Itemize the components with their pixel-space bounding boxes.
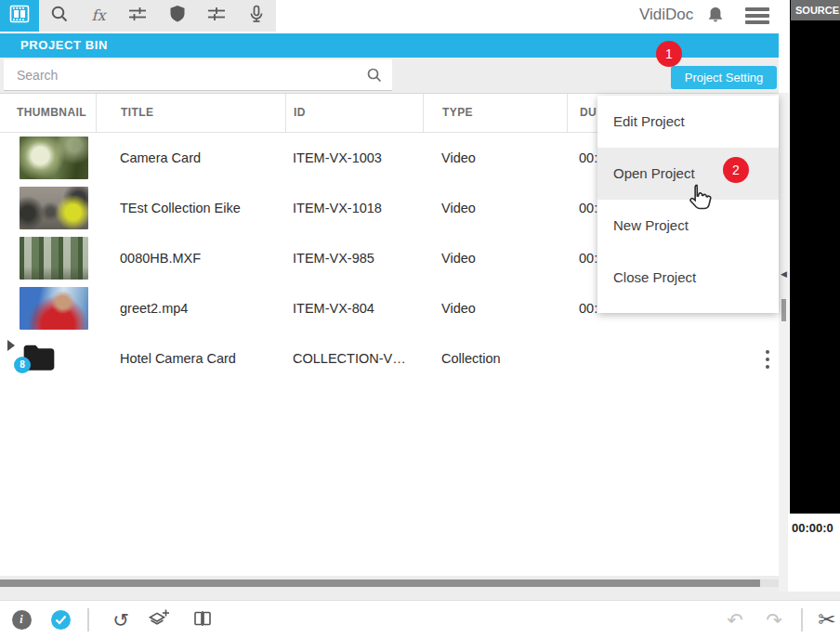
media-bin-tab[interactable]	[0, 0, 39, 32]
cell-id: COLLECTION-V…	[293, 333, 406, 384]
layers-plus-icon	[147, 607, 171, 633]
redo-button[interactable]: ↷	[761, 601, 787, 638]
approve-button[interactable]	[48, 601, 72, 638]
effects-tool[interactable]: fx	[79, 0, 118, 32]
check-icon	[51, 610, 71, 630]
source-monitor-panel: SOURCE	[790, 0, 840, 514]
app-title: VidiDoc	[639, 6, 693, 24]
cell-type: Collection	[441, 333, 501, 384]
toolbar-divider	[87, 608, 89, 631]
row-options-kebab-icon[interactable]	[762, 350, 773, 369]
vertical-scrollbar-thumb[interactable]	[781, 299, 786, 321]
annotation-step-2-badge: 2	[723, 157, 749, 183]
cell-type: Video	[441, 183, 476, 233]
toolbar-divider	[801, 608, 803, 631]
top-app-bar: fx	[0, 0, 790, 32]
divider-strip	[779, 592, 840, 600]
table-row[interactable]: Hotel Camera CardCOLLECTION-V…Collection	[0, 333, 779, 384]
search-icon	[49, 4, 70, 28]
filmstrip-icon	[8, 4, 31, 28]
cell-title: Camera Card	[120, 133, 201, 183]
mix-tool[interactable]	[197, 0, 236, 32]
fx-icon: fx	[92, 8, 106, 23]
info-icon: i	[12, 610, 32, 630]
search-box	[4, 59, 392, 91]
shield-icon	[168, 4, 187, 28]
cell-duration: 00:	[579, 233, 597, 283]
column-header-type[interactable]: TYPE	[423, 94, 567, 132]
hand-cursor-icon	[684, 182, 714, 219]
cell-id: ITEM-VX-985	[293, 233, 374, 283]
cell-title: Hotel Camera Card	[120, 333, 236, 384]
info-button[interactable]: i	[9, 601, 33, 638]
horizontal-scrollbar[interactable]	[0, 579, 779, 587]
horizontal-scrollbar-thumb[interactable]	[0, 579, 760, 587]
thumbnail-street-crowd	[20, 187, 88, 229]
rotate-ccw-icon: ↺	[112, 610, 129, 630]
search-input[interactable]	[15, 64, 353, 86]
timecode-display: 00:00:0	[788, 514, 840, 592]
thumbnail-man-red-shirt	[20, 287, 88, 330]
collection-count-badge: 8	[14, 357, 31, 373]
cell-duration: 00:	[579, 183, 597, 233]
source-panel-title: SOURCE	[791, 0, 840, 20]
thumbnail-palm-trees	[20, 237, 88, 280]
microphone-icon	[246, 4, 267, 28]
tool-strip: fx	[0, 0, 276, 32]
search-icon[interactable]	[366, 67, 383, 87]
cell-title: 0080HB.MXF	[120, 233, 201, 283]
thumbnail-forest-stream	[20, 137, 88, 179]
cut-button[interactable]: ✂	[814, 601, 840, 638]
undo-icon: ↶	[727, 610, 743, 630]
add-layer-button[interactable]	[145, 601, 173, 638]
app-window: fx	[0, 0, 840, 638]
rotate-ccw-button[interactable]: ↺	[109, 601, 133, 638]
cell-type: Video	[441, 133, 476, 183]
cell-type: Video	[441, 233, 476, 283]
book-open-icon	[191, 608, 214, 632]
cell-duration: 00:	[579, 133, 597, 183]
split-view-button[interactable]	[190, 601, 216, 638]
horizontal-scroll-area	[0, 576, 779, 600]
shield-tool[interactable]	[158, 0, 197, 32]
menu-item-close-project[interactable]: Close Project	[597, 252, 779, 304]
menu-hamburger-icon[interactable]	[745, 7, 769, 24]
mixer-icon	[206, 4, 227, 28]
scissors-icon: ✂	[818, 609, 835, 631]
voice-tool[interactable]	[237, 0, 276, 32]
sliders-icon	[127, 4, 148, 28]
project-setting-button[interactable]: Project Setting	[671, 66, 777, 89]
column-header-title[interactable]: TITLE	[96, 94, 285, 132]
cell-type: Video	[441, 283, 476, 333]
panel-collapse-arrow[interactable]: ◀	[781, 269, 787, 279]
column-header-thumbnail[interactable]: THUMBNAIL	[17, 94, 96, 132]
column-header-id[interactable]: ID	[285, 94, 423, 132]
annotation-step-1-badge: 1	[656, 41, 682, 67]
notifications-bell-icon[interactable]	[704, 5, 727, 27]
search-tool[interactable]	[39, 0, 78, 32]
row-expand-arrow-icon[interactable]	[7, 340, 15, 351]
cell-title: TEst Collection Eike	[120, 183, 241, 233]
cell-id: ITEM-VX-804	[293, 283, 374, 333]
menu-item-edit-project[interactable]: Edit Project	[597, 96, 779, 148]
cell-id: ITEM-VX-1003	[293, 133, 382, 183]
adjust-tool[interactable]	[118, 0, 157, 32]
cell-duration: 00:	[579, 283, 597, 333]
project-bin-title: PROJECT BIN	[20, 38, 108, 52]
redo-icon: ↷	[766, 610, 782, 630]
cell-title: greet2.mp4	[120, 283, 188, 333]
undo-button[interactable]: ↶	[722, 601, 748, 638]
cell-id: ITEM-VX-1018	[293, 183, 382, 233]
bottom-toolbar: i ↺	[0, 600, 840, 638]
